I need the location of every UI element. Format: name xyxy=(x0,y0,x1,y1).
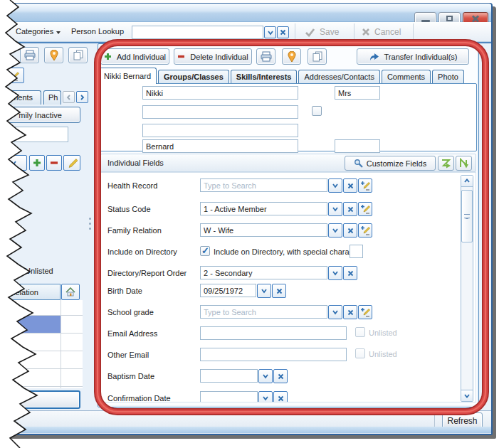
family-relation-edit-button[interactable] xyxy=(358,223,372,238)
transfer-arrow-icon xyxy=(369,53,379,61)
email-address-input[interactable] xyxy=(200,326,347,340)
customize-fields-label: Customize Fields xyxy=(367,159,426,168)
health-record-input[interactable] xyxy=(200,178,327,192)
title-input[interactable] xyxy=(335,86,380,100)
tab-scroll-left-button[interactable] xyxy=(63,91,75,103)
delete-individual-button[interactable]: Delete Individual xyxy=(174,48,252,65)
fragment-edit-pencil-button[interactable] xyxy=(63,155,80,171)
selected-table-row[interactable] xyxy=(18,316,61,333)
confirmation-date-clear-button[interactable] xyxy=(273,391,288,402)
confirmation-date-dropdown-button[interactable] xyxy=(258,391,273,402)
left-comments-tab[interactable]: mments xyxy=(0,90,41,105)
directory-report-order-input[interactable] xyxy=(200,266,327,279)
use-nickname-checkbox[interactable] xyxy=(312,106,322,116)
scroll-up-button[interactable] xyxy=(461,176,473,187)
person-lookup-label: Person Lookup xyxy=(71,27,124,36)
first-name-input[interactable] xyxy=(142,86,298,100)
email-unlisted-checkbox[interactable] xyxy=(355,327,365,337)
nickname-input[interactable] xyxy=(142,105,298,119)
confirmation-date-input[interactable] xyxy=(200,391,258,402)
fragment-edit-button[interactable] xyxy=(3,68,24,83)
scroll-down-button[interactable] xyxy=(461,390,473,401)
copy-icon xyxy=(312,51,322,62)
fragment-add-button[interactable] xyxy=(29,155,45,171)
customize-fields-button[interactable]: Customize Fields xyxy=(345,156,436,171)
copy-down-button[interactable] xyxy=(438,156,454,171)
family-relation-dropdown-button[interactable] xyxy=(328,223,342,238)
fragment-text-input[interactable] xyxy=(0,127,68,142)
birth-date-dropdown-button[interactable] xyxy=(257,284,271,298)
status-code-clear-button[interactable] xyxy=(343,202,357,216)
other-email-unlisted-checkbox[interactable] xyxy=(355,348,365,358)
lookup-clear-button[interactable] xyxy=(277,26,289,38)
person-lookup-input[interactable] xyxy=(132,26,263,39)
school-grade-edit-button[interactable] xyxy=(358,305,372,319)
directory-report-order-dropdown-button[interactable] xyxy=(328,266,342,280)
tab-addresses-contacts[interactable]: Addresses/Contacts xyxy=(298,70,379,84)
birth-date-clear-button[interactable] xyxy=(272,284,286,298)
customize-wrench-icon xyxy=(354,159,364,168)
middle-name-input[interactable] xyxy=(142,124,298,137)
last-name-input[interactable] xyxy=(142,139,298,153)
fragment-map-button[interactable] xyxy=(44,47,63,63)
categories-label: Categories xyxy=(16,27,53,36)
fragment-remove-button[interactable] xyxy=(46,155,62,171)
health-record-dropdown-button[interactable] xyxy=(328,178,342,193)
school-grade-clear-button[interactable] xyxy=(343,305,357,319)
health-record-clear-button[interactable] xyxy=(343,178,357,193)
include-on-directory-checkbox[interactable] xyxy=(200,246,210,256)
copy-button[interactable] xyxy=(308,48,327,65)
printer-icon xyxy=(24,50,36,60)
other-email-input[interactable] xyxy=(200,348,347,361)
chevron-down-icon xyxy=(332,206,339,213)
baptism-date-input[interactable] xyxy=(200,369,258,383)
fragment-unlisted-checkbox[interactable] xyxy=(11,265,21,275)
birth-date-label: Birth Date xyxy=(107,287,142,295)
family-inactive-button[interactable]: mily Inactive xyxy=(0,107,80,123)
special-character-box[interactable] xyxy=(350,245,363,258)
cancel-button[interactable]: Cancel xyxy=(356,23,411,41)
scroll-thumb[interactable] xyxy=(461,190,473,242)
tab-person-name[interactable]: Nikki Bernard xyxy=(98,68,157,84)
fields-scrollbar[interactable] xyxy=(461,175,473,402)
refresh-label: Refresh xyxy=(447,416,477,426)
health-record-edit-button[interactable] xyxy=(358,178,372,193)
directory-report-order-clear-button[interactable] xyxy=(343,266,357,280)
school-grade-input[interactable] xyxy=(200,305,327,319)
status-code-dropdown-button[interactable] xyxy=(328,202,342,216)
status-code-edit-button[interactable] xyxy=(358,202,372,216)
school-grade-dropdown-button[interactable] xyxy=(328,305,342,319)
copy-up-button[interactable] xyxy=(456,156,472,171)
status-code-input[interactable] xyxy=(200,202,327,215)
include-on-directory-checkbox-label: Include on Directory, with special chara… xyxy=(214,247,362,256)
tab-photo[interactable]: Photo xyxy=(432,70,464,84)
fragment-copy-button[interactable] xyxy=(68,47,88,63)
baptism-date-dropdown-button[interactable] xyxy=(258,369,273,383)
titlebar[interactable] xyxy=(2,4,491,22)
tab-skills-interests[interactable]: Skills/Interests xyxy=(231,70,298,84)
save-button[interactable]: Save xyxy=(299,23,350,41)
left-photo-tab[interactable]: Ph xyxy=(43,90,61,105)
save-label: Save xyxy=(320,27,339,37)
baptism-date-clear-button[interactable] xyxy=(273,369,288,383)
splitter-grip-icon[interactable] xyxy=(89,218,91,232)
fragment-dropdown-button[interactable] xyxy=(0,155,27,171)
fragment-print-button[interactable] xyxy=(20,47,39,63)
fragment-bottom-button[interactable] xyxy=(13,390,80,409)
map-button[interactable] xyxy=(282,48,301,65)
tab-groups-classes[interactable]: Groups/Classes xyxy=(158,70,229,84)
family-relation-input[interactable] xyxy=(200,223,327,237)
relation-column-header[interactable]: y Relation xyxy=(0,284,61,300)
tab-comments[interactable]: Comments xyxy=(382,70,431,84)
family-relation-clear-button[interactable] xyxy=(343,223,357,238)
tab-scroll-right-button[interactable] xyxy=(76,91,88,103)
print-button[interactable] xyxy=(256,48,275,65)
birth-date-input[interactable] xyxy=(200,284,256,297)
lookup-dropdown-button[interactable] xyxy=(264,26,276,38)
copy-down-arrow-icon xyxy=(441,158,452,169)
home-button[interactable] xyxy=(61,284,80,300)
add-individual-button[interactable]: Add Individual xyxy=(100,48,169,65)
categories-menu[interactable]: Categories xyxy=(16,27,61,36)
suffix-input[interactable] xyxy=(335,139,380,153)
transfer-individuals-button[interactable]: Transfer Individual(s) xyxy=(357,48,469,65)
